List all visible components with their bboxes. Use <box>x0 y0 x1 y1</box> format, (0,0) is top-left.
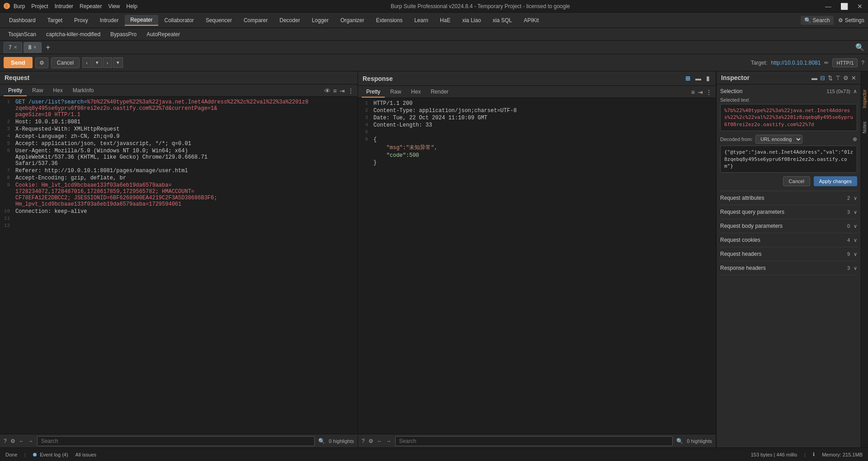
resp-full-icon[interactable]: ▬ <box>693 74 703 83</box>
resp-search-icon[interactable]: 🔍 <box>676 438 683 444</box>
resp-undo-icon[interactable]: ← <box>377 438 382 444</box>
edit-target-icon[interactable]: ✏ <box>824 60 829 66</box>
acc-request-cookies[interactable]: Request cookies 4 ∨ <box>720 233 857 247</box>
req-tab-pretty[interactable]: Pretty <box>4 85 27 96</box>
acc-request-body[interactable]: Request body parameters 0 ∨ <box>720 219 857 233</box>
resp-split-icon[interactable]: ⊞ <box>684 74 692 83</box>
selection-expand-icon[interactable]: ∧ <box>853 88 857 94</box>
subnav-captcha[interactable]: captcha-killer-modified <box>42 30 105 38</box>
resp-help-icon[interactable]: ? <box>362 438 365 444</box>
rs-tab-inspector[interactable]: Inspector <box>862 89 867 108</box>
tab-7-close[interactable]: ✕ <box>14 45 17 50</box>
resp-tab-hex[interactable]: Hex <box>406 87 425 98</box>
down-arrow[interactable]: ▾ <box>92 57 102 68</box>
nav-xiasql[interactable]: xia SQL <box>487 15 518 25</box>
inspector-cancel-button[interactable]: Cancel <box>783 176 810 186</box>
close-button[interactable]: ✕ <box>855 3 864 10</box>
menu-project[interactable]: Project <box>31 3 48 9</box>
insp-view-icon2[interactable]: ⊟ <box>820 75 825 81</box>
next-button[interactable]: › <box>103 57 112 68</box>
rs-tab-notes[interactable]: Notes <box>862 122 867 133</box>
req-eye-icon[interactable]: 👁 <box>324 87 330 94</box>
insp-close-icon[interactable]: ✕ <box>851 75 856 81</box>
cancel-button[interactable]: Cancel <box>51 57 80 68</box>
subnav-autorepeater[interactable]: AutoRepeater <box>142 30 184 38</box>
req-redo-icon[interactable]: → <box>28 438 33 444</box>
nav-organizer[interactable]: Organizer <box>335 15 370 25</box>
req-help-icon[interactable]: ? <box>4 438 7 444</box>
resp-indent-icon[interactable]: ⇥ <box>698 89 703 96</box>
resp-search-input[interactable] <box>395 436 673 446</box>
memory-info-icon[interactable]: ℹ <box>813 452 815 457</box>
nav-dashboard[interactable]: Dashboard <box>4 15 41 25</box>
subnav-bypasspro[interactable]: BypassPro <box>106 30 141 38</box>
menu-burp[interactable]: Burp <box>14 3 25 9</box>
add-decode-icon[interactable]: ⊕ <box>853 136 857 142</box>
resp-settings-icon[interactable]: ⚙ <box>368 438 373 444</box>
tab-7[interactable]: 7 ✕ <box>4 42 22 53</box>
nav-xialiao[interactable]: xia Liao <box>457 15 486 25</box>
req-tab-raw[interactable]: Raw <box>28 85 47 96</box>
acc-request-query[interactable]: Request query parameters 3 ∨ <box>720 205 857 219</box>
tab-search-icon[interactable]: 🔍 <box>855 43 864 52</box>
req-settings-icon[interactable]: ⚙ <box>10 438 15 444</box>
resp-tab-render[interactable]: Render <box>426 87 453 98</box>
maximize-button[interactable]: ⬜ <box>839 3 850 10</box>
settings-gear-button[interactable]: ⚙ <box>35 57 48 68</box>
all-issues[interactable]: All issues <box>75 452 96 457</box>
next-down-arrow[interactable]: ▾ <box>113 57 123 68</box>
nav-decoder[interactable]: Decoder <box>274 15 305 25</box>
nav-logger[interactable]: Logger <box>307 15 334 25</box>
insp-filter-icon[interactable]: ⊤ <box>835 75 840 81</box>
insp-settings-icon[interactable]: ⚙ <box>843 75 849 81</box>
nav-repeater[interactable]: Repeater <box>125 15 158 26</box>
acc-response-headers[interactable]: Response headers 3 ∨ <box>720 261 857 275</box>
acc-request-attributes[interactable]: Request attributes 2 ∨ <box>720 191 857 205</box>
req-more-icon[interactable]: ⋮ <box>348 87 354 94</box>
insp-view-icon1[interactable]: ▬ <box>811 75 817 81</box>
tab-8-close[interactable]: ✕ <box>33 45 37 50</box>
resp-vertical-icon[interactable]: ▮ <box>704 74 711 83</box>
resp-list-icon[interactable]: ≡ <box>691 89 695 96</box>
settings-button[interactable]: ⚙ Settings <box>838 17 864 24</box>
tab-8[interactable]: 8 ✕ <box>24 42 42 53</box>
decoded-from-select[interactable]: URL encoding Base64 HTML entities <box>755 135 802 144</box>
menu-intruder[interactable]: Intruder <box>55 3 73 9</box>
request-body[interactable]: 1 GET /user/list?search=%7b%22%40type%22… <box>0 97 358 434</box>
resp-tab-raw[interactable]: Raw <box>386 87 406 98</box>
nav-collaborator[interactable]: Collaborator <box>159 15 199 25</box>
nav-extensions[interactable]: Extensions <box>371 15 408 25</box>
insp-sort-icon[interactable]: ⇅ <box>828 75 833 81</box>
http-version-button[interactable]: HTTP/1 <box>832 58 858 67</box>
menu-repeater[interactable]: Repeater <box>80 3 102 9</box>
send-button[interactable]: Send <box>4 57 33 68</box>
subnav-tsojan[interactable]: TsojanScan <box>4 30 41 38</box>
nav-apikit[interactable]: APIKit <box>519 15 544 25</box>
nav-hae[interactable]: HaE <box>434 15 456 25</box>
menu-view[interactable]: View <box>108 3 120 9</box>
menu-help[interactable]: Help <box>126 3 137 9</box>
nav-target[interactable]: Target <box>42 15 68 25</box>
event-log[interactable]: Event log (4) <box>33 452 68 457</box>
search-button[interactable]: 🔍 Search <box>801 16 834 25</box>
resp-redo-icon[interactable]: → <box>386 438 392 444</box>
req-search-input[interactable] <box>37 436 315 446</box>
req-undo-icon[interactable]: ← <box>19 438 24 444</box>
req-tab-hex[interactable]: Hex <box>48 85 67 96</box>
nav-comparer[interactable]: Comparer <box>238 15 273 25</box>
resp-tab-pretty[interactable]: Pretty <box>362 87 385 98</box>
req-list-icon[interactable]: ≡ <box>333 87 337 94</box>
add-tab-button[interactable]: + <box>43 43 52 52</box>
req-search-icon[interactable]: 🔍 <box>318 438 325 444</box>
prev-button[interactable]: ‹ <box>82 57 91 68</box>
nav-proxy[interactable]: Proxy <box>69 15 94 25</box>
req-indent-icon[interactable]: ⇥ <box>340 87 345 94</box>
nav-learn[interactable]: Learn <box>409 15 434 25</box>
minimize-button[interactable]: — <box>823 3 833 10</box>
nav-intruder[interactable]: Intruder <box>94 15 124 25</box>
req-tab-markinfo[interactable]: MarkInfo <box>68 85 99 96</box>
nav-sequencer[interactable]: Sequencer <box>200 15 237 25</box>
http-help-icon[interactable]: ? <box>861 60 864 66</box>
resp-more-icon[interactable]: ⋮ <box>706 89 712 96</box>
response-body[interactable]: 1 HTTP/1.1 200 2 Content-Type: applicati… <box>358 98 716 434</box>
